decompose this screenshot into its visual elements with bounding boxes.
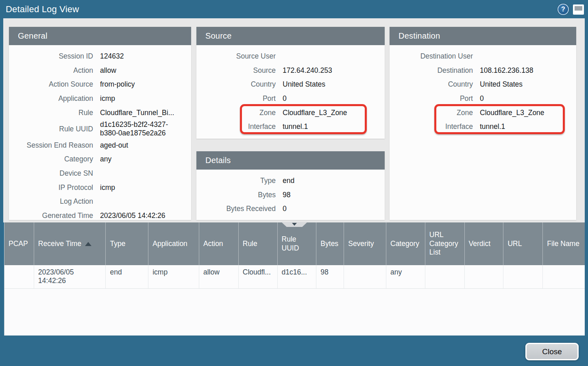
field-row-action-source: Action Sourcefrom-policy (9, 77, 191, 92)
log-table-cell: d1c16... (277, 265, 316, 288)
field-label: Interface (390, 122, 480, 131)
destination-panel-body: Destination UserDestination108.162.236.1… (390, 45, 576, 220)
field-value: United States (283, 80, 335, 89)
field-value: Cloudflare_Tunnel_Bi... (100, 109, 184, 117)
field-label: Rule UUID (9, 125, 100, 133)
column-header-file-name[interactable]: File Name (542, 222, 585, 265)
general-panel-title: General (9, 27, 191, 45)
column-header-verdict[interactable]: Verdict (464, 222, 503, 265)
field-value: end (283, 176, 304, 185)
log-table-cell: end (105, 265, 148, 288)
field-value: tunnel.1 (283, 122, 318, 131)
column-header-bytes[interactable]: Bytes (316, 222, 344, 265)
field-label: Port (390, 94, 480, 103)
column-header-type[interactable]: Type (105, 222, 148, 265)
field-row-generated-time: Generated Time2023/06/05 14:42:26 (9, 209, 191, 220)
field-label: Log Action (9, 197, 100, 206)
field-value: 108.162.236.138 (480, 66, 543, 75)
field-label: Port (196, 94, 283, 103)
column-header-category[interactable]: Category (386, 222, 425, 265)
field-value: 0 (283, 205, 296, 213)
column-header-label: Rule UUID (282, 235, 312, 253)
field-row-country: CountryUnited States (390, 77, 576, 92)
field-value: 172.64.240.253 (283, 66, 342, 75)
log-table-cell: allow (199, 265, 238, 288)
field-row-application: Applicationicmp (9, 92, 191, 106)
log-table-cell: 2023/06/05 14:42:26 (34, 265, 106, 288)
titlebar: Detailed Log View ? (0, 0, 588, 18)
field-label: Rule (9, 109, 100, 117)
source-panel-title: Source (196, 27, 385, 45)
log-table-cell (464, 265, 503, 288)
field-row-ip-protocol: IP Protocolicmp (9, 181, 191, 195)
details-panel: Details TypeendBytes98Bytes Received0 (196, 151, 385, 220)
field-row-zone: ZoneCloudflare_L3_Zone (390, 106, 576, 120)
details-panel-body: TypeendBytes98Bytes Received0 (196, 170, 385, 220)
field-row-port: Port0 (196, 92, 385, 106)
field-label: Country (196, 80, 283, 89)
field-row-source-user: Source User (196, 49, 385, 63)
field-row-destination-user: Destination User (390, 49, 576, 63)
field-value: icmp (100, 183, 125, 192)
general-panel: General Session ID124632ActionallowActio… (9, 27, 191, 220)
field-label: Destination (390, 66, 480, 75)
field-value: aged-out (100, 141, 138, 150)
field-value: 98 (283, 191, 300, 199)
field-value: 2023/06/05 14:42:26 (100, 211, 175, 220)
column-header-application[interactable]: Application (148, 222, 199, 265)
field-row-interface: Interfacetunnel.1 (390, 120, 576, 134)
field-label: Source User (196, 52, 283, 61)
log-table-header: PCAPReceive TimeTypeApplicationActionRul… (4, 222, 585, 265)
source-panel-body: Source UserSource172.64.240.253CountryUn… (196, 45, 385, 139)
help-icon[interactable]: ? (558, 4, 569, 15)
field-label: Bytes Received (196, 205, 283, 213)
field-value: from-policy (100, 80, 145, 89)
field-label: Device SN (9, 169, 100, 178)
window-restore-icon[interactable] (573, 4, 584, 15)
field-row-rule: RuleCloudflare_Tunnel_Bi... (9, 106, 191, 120)
field-row-device-sn: Device SN (9, 166, 191, 181)
field-label: Action (9, 66, 100, 75)
column-header-label: Rule (243, 240, 257, 248)
column-header-severity[interactable]: Severity (344, 222, 386, 265)
column-header-action[interactable]: Action (199, 222, 238, 265)
titlebar-icons: ? (558, 4, 584, 15)
field-row-log-action: Log Action (9, 194, 191, 209)
field-row-source: Source172.64.240.253 (196, 63, 385, 78)
field-value: United States (480, 80, 532, 89)
column-header-label: URL (507, 240, 522, 248)
field-row-port: Port0 (390, 92, 576, 106)
field-label: Category (9, 155, 100, 163)
column-header-url[interactable]: URL (503, 222, 542, 265)
column-header-pcap[interactable]: PCAP (4, 222, 34, 265)
column-header-url-category-list[interactable]: URL Category List (425, 222, 464, 265)
field-label: Zone (196, 109, 283, 117)
column-header-label: Receive Time (38, 240, 81, 248)
field-label: Session End Reason (9, 141, 100, 150)
field-label: Session ID (9, 52, 100, 61)
column-header-label: Bytes (320, 240, 338, 248)
field-row-action: Actionallow (9, 63, 191, 78)
general-panel-body: Session ID124632ActionallowAction Source… (9, 45, 191, 220)
destination-panel-title: Destination (390, 27, 576, 45)
field-row-zone: ZoneCloudflare_L3_Zone (196, 106, 385, 120)
field-value: tunnel.1 (480, 122, 515, 131)
column-header-rule[interactable]: Rule (238, 222, 277, 265)
field-value: 124632 (100, 52, 133, 61)
column-header-label: URL Category List (429, 231, 460, 257)
column-header-label: Verdict (469, 240, 491, 248)
close-button[interactable]: Close (525, 343, 579, 360)
field-row-interface: Interfacetunnel.1 (196, 120, 385, 134)
column-header-label: Application (152, 240, 187, 248)
field-row-destination: Destination108.162.236.138 (390, 63, 576, 78)
column-header-label: Action (203, 240, 223, 248)
log-table-cell: icmp (148, 265, 199, 288)
column-header-receive-time[interactable]: Receive Time (34, 222, 106, 265)
field-row-session-id: Session ID124632 (9, 49, 191, 63)
field-value: d1c16235-b2f2-4327-b380-0ae1875e2a26 (100, 120, 191, 137)
column-header-rule-uuid[interactable]: Rule UUID (277, 222, 316, 265)
log-table-cell: Cloudfl... (238, 265, 277, 288)
detailed-log-view-dialog: { "window": { "title": "Detailed Log Vie… (0, 0, 588, 366)
log-table-row[interactable]: 2023/06/05 14:42:26endicmpallowCloudfl..… (4, 265, 585, 289)
field-value: 0 (480, 94, 494, 103)
